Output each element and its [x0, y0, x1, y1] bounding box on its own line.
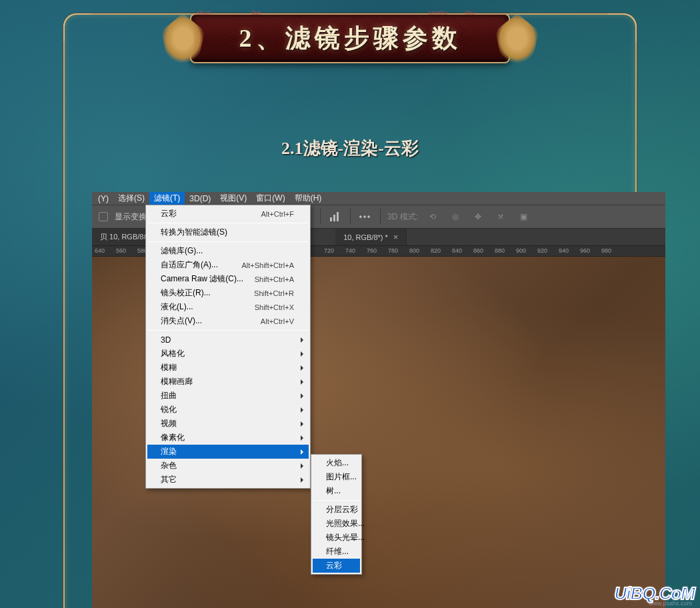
menu-help[interactable]: 帮助(H) [290, 192, 327, 205]
submenu-item-lens-flare[interactable]: 镜头光晕... [313, 531, 360, 545]
menu-label: 风格化 [161, 348, 185, 359]
ruler-mark: 860 [473, 247, 483, 254]
menu-item-last-filter[interactable]: 云彩 Alt+Ctrl+F [147, 207, 309, 221]
show-transform-label: 显示变换 [115, 211, 147, 223]
ruler-mark: 720 [324, 247, 334, 254]
menu-item-pixelate[interactable]: 像素化 [147, 431, 309, 445]
move-icon[interactable]: ✥ [470, 209, 486, 225]
menu-label: 光照效果... [326, 518, 365, 529]
menu-item-adaptive-wide[interactable]: 自适应广角(A)...Alt+Shift+Ctrl+A [147, 258, 309, 272]
menu-item-noise[interactable]: 杂色 [147, 459, 309, 473]
menu-item-distort[interactable]: 扭曲 [147, 389, 309, 403]
menu-label: 3D [161, 335, 171, 345]
menu-item-vanishing-point[interactable]: 消失点(V)...Alt+Ctrl+V [147, 314, 309, 328]
menu-label: 模糊 [161, 362, 177, 373]
step-subtitle: 2.1滤镜-渲染-云彩 [0, 137, 700, 160]
menu-separator [148, 241, 308, 242]
photoshop-window: (Y) 选择(S) 滤镜(T) 3D(D) 视图(V) 窗口(W) 帮助(H) … [92, 192, 665, 608]
filter-dropdown-menu: 云彩 Alt+Ctrl+F 转换为智能滤镜(S) 滤镜库(G)... 自适应广角… [145, 205, 311, 489]
render-submenu: 火焰... 图片框... 树... 分层云彩 光照效果... 镜头光晕... 纤… [311, 454, 362, 575]
menu-label: 其它 [161, 474, 177, 485]
menu-item-sharpen[interactable]: 锐化 [147, 403, 309, 417]
menu-item-video[interactable]: 视频 [147, 417, 309, 431]
submenu-item-lighting[interactable]: 光照效果... [313, 517, 360, 531]
menu-item-convert-smart[interactable]: 转换为智能滤镜(S) [147, 225, 309, 239]
close-icon[interactable]: × [393, 232, 399, 242]
menu-item-render[interactable]: 渲染 [147, 445, 309, 459]
submenu-item-flame[interactable]: 火焰... [313, 456, 360, 470]
svg-rect-2 [337, 212, 339, 221]
menu-item-stylize[interactable]: 风格化 [147, 347, 309, 361]
ruler-mark: 920 [537, 247, 547, 254]
menu-item-liquify[interactable]: 液化(L)...Shift+Ctrl+X [147, 300, 309, 314]
more-icon[interactable]: ••• [357, 209, 373, 225]
menu-label: 模糊画廊 [161, 376, 193, 387]
separator [350, 209, 351, 225]
menu-item-camera-raw[interactable]: Camera Raw 滤镜(C)...Shift+Ctrl+A [147, 272, 309, 286]
submenu-item-difference-clouds[interactable]: 分层云彩 [313, 503, 360, 517]
svg-rect-0 [330, 217, 332, 221]
rotate-icon[interactable]: ◎ [447, 209, 463, 225]
pinyin-shuzi: shuzi [197, 9, 211, 16]
ruler-mark: 800 [409, 247, 419, 254]
chevron-right-icon [301, 393, 303, 399]
menu-label: 镜头光晕... [326, 532, 365, 543]
svg-rect-1 [333, 215, 335, 221]
ruler-mark: 980 [601, 247, 611, 254]
chevron-right-icon [301, 351, 303, 357]
ruler-mark: 560 [116, 247, 126, 254]
chevron-right-icon [301, 379, 303, 385]
chevron-right-icon [301, 337, 303, 343]
menu-item-lens-correction[interactable]: 镜头校正(R)...Shift+Ctrl+R [147, 286, 309, 300]
menu-separator [313, 500, 359, 501]
show-transform-checkbox[interactable] [99, 212, 108, 221]
menu-label: 自适应广角(A)... [161, 259, 218, 271]
document-tab[interactable]: 10, RGB/8*) * × [335, 229, 407, 245]
menu-item-blur-gallery[interactable]: 模糊画廊 [147, 375, 309, 389]
chevron-right-icon [301, 449, 303, 455]
ruler-mark: 640 [95, 247, 105, 254]
submenu-item-picture-frame[interactable]: 图片框... [313, 470, 360, 484]
menu-item-blur[interactable]: 模糊 [147, 361, 309, 375]
chevron-right-icon [301, 477, 303, 483]
chevron-right-icon [301, 463, 303, 469]
ruler-mark: 780 [388, 247, 398, 254]
separator [380, 209, 381, 225]
submenu-item-clouds[interactable]: 云彩 [313, 559, 360, 573]
ruler-mark: 880 [495, 247, 505, 254]
menu-y[interactable]: (Y) [93, 193, 113, 205]
title-banner: shuzi dun canshu shu 2、滤镜步骤参数 [190, 13, 510, 63]
shortcut: Alt+Ctrl+F [261, 210, 294, 218]
submenu-item-tree[interactable]: 树... [313, 484, 360, 498]
camera-icon[interactable]: ▣ [515, 209, 531, 225]
menu-label: 像素化 [161, 432, 185, 443]
ruler-mark: 840 [452, 247, 462, 254]
ruler-mark: 760 [367, 247, 377, 254]
menu-select[interactable]: 选择(S) [113, 192, 149, 205]
menu-label: 杂色 [161, 460, 177, 471]
pinyin-dun: dun [251, 9, 261, 16]
menu-separator [148, 223, 308, 223]
menu-view[interactable]: 视图(V) [215, 192, 251, 205]
chevron-right-icon [301, 407, 303, 413]
menu-label: 火焰... [326, 457, 349, 469]
ruler-mark: 820 [431, 247, 441, 254]
scale-icon[interactable]: ⤧ [493, 209, 509, 225]
separator [320, 209, 321, 225]
menu-label: 图片框... [326, 471, 357, 483]
menu-window[interactable]: 窗口(W) [251, 192, 289, 205]
menu-filter[interactable]: 滤镜(T) [149, 192, 185, 205]
menu-3d[interactable]: 3D(D) [185, 193, 215, 205]
menu-label: 分层云彩 [326, 504, 358, 515]
menu-item-filter-gallery[interactable]: 滤镜库(G)... [147, 244, 309, 258]
bar-chart-icon[interactable] [327, 209, 343, 225]
menu-item-3d[interactable]: 3D [147, 333, 309, 347]
menu-label: Camera Raw 滤镜(C)... [161, 273, 243, 285]
orbit-icon[interactable]: ⟲ [425, 209, 441, 225]
menu-label: 液化(L)... [161, 301, 193, 313]
pinyin-canshu: canshu [428, 9, 447, 16]
menu-label: 渲染 [161, 446, 177, 457]
menu-item-other[interactable]: 其它 [147, 473, 309, 487]
submenu-item-fibers[interactable]: 纤维... [313, 545, 360, 559]
menu-label: 树... [326, 485, 341, 497]
